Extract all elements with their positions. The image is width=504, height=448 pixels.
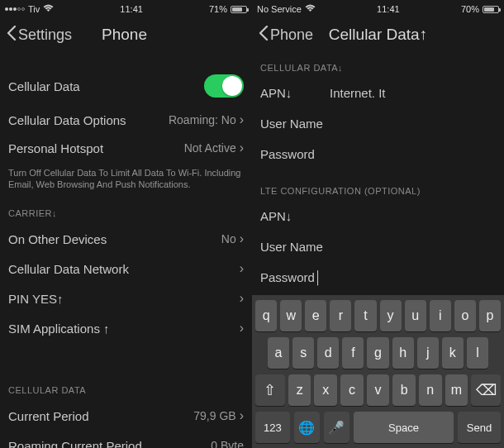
cellular-data-header: CELLULAR DATA↓: [252, 51, 504, 78]
sim-apps-label: SIM Applications ↑: [8, 322, 110, 336]
chevron-right-icon: ›: [240, 141, 244, 155]
mic-key[interactable]: 🎤: [324, 412, 349, 443]
roaming-period-label: Roaming Current Period: [8, 439, 142, 449]
nav-bar: Phone Cellular Data↑: [252, 18, 504, 51]
current-period-label: Current Period: [8, 409, 89, 423]
keyboard-row-4: 123 🌐 🎤 Space Send: [255, 412, 501, 443]
cellular-data-header: CELLULAR DATA: [0, 374, 252, 400]
back-label: Phone: [270, 26, 313, 44]
personal-hotspot-row[interactable]: Personal Hotspot Not Active›: [0, 134, 252, 162]
right-screen: No Service 11:41 70% Phone Cellular Data…: [252, 0, 504, 448]
cdn-label: Cellular Data Network: [8, 262, 129, 276]
other-devices-label: On Other Devices: [8, 232, 107, 246]
status-bar: No Service 11:41 70%: [252, 0, 504, 18]
back-button[interactable]: Settings: [7, 26, 72, 45]
hotspot-label: Personal Hotspot: [8, 141, 103, 155]
apn-field[interactable]: APN↓ Internet. It: [252, 78, 504, 108]
wifi-icon: [43, 4, 54, 14]
cell-opts-value: Roaming: No: [169, 113, 236, 126]
numbers-key[interactable]: 123: [255, 412, 290, 443]
key-z[interactable]: z: [288, 374, 311, 406]
key-e[interactable]: e: [305, 300, 326, 331]
key-x[interactable]: x: [314, 374, 337, 406]
lte-apn-field[interactable]: APN↓: [252, 201, 504, 231]
other-devices-value: No: [221, 232, 236, 245]
chevron-right-icon: ›: [240, 112, 244, 127]
key-w[interactable]: w: [280, 300, 302, 331]
apn-value: Internet. It: [330, 86, 386, 100]
other-devices-row[interactable]: On Other Devices No›: [0, 223, 252, 255]
lte-username-field[interactable]: User Name: [252, 231, 504, 262]
key-j[interactable]: j: [417, 337, 439, 369]
pin-label: PIN YES↑: [8, 292, 63, 306]
clock: 11:41: [377, 4, 400, 14]
battery-icon: [483, 6, 499, 13]
chevron-right-icon: ›: [240, 321, 244, 336]
carrier-label: No Service: [257, 4, 302, 14]
key-k[interactable]: k: [442, 337, 464, 369]
current-period-row: Current Period 79,9 GB›: [0, 400, 252, 431]
left-screen: Tiv 11:41 71% Settings Phone Cellular Da…: [0, 0, 252, 448]
key-f[interactable]: f: [342, 337, 364, 369]
lte-password-label: Password│: [260, 270, 322, 284]
chevron-right-icon: ›: [240, 408, 244, 423]
password-field[interactable]: Password: [252, 139, 504, 169]
keyboard-row-2: asdfghjkl: [255, 337, 501, 369]
lte-apn-label: APN↓: [260, 209, 292, 223]
cellular-data-options-row[interactable]: Cellular Data Options Roaming: No›: [0, 106, 252, 134]
lte-password-field[interactable]: Password│: [252, 262, 504, 293]
back-button[interactable]: Phone: [259, 26, 313, 45]
mic-icon: 🎤: [328, 420, 345, 436]
key-v[interactable]: v: [367, 374, 390, 406]
key-m[interactable]: m: [445, 374, 468, 406]
key-l[interactable]: l: [467, 337, 488, 369]
battery-icon: [231, 6, 247, 13]
key-t[interactable]: t: [354, 300, 376, 331]
key-y[interactable]: y: [380, 300, 402, 331]
cellular-data-row[interactable]: Cellular Data: [0, 66, 252, 106]
current-period-value: 79,9 GB: [193, 409, 235, 422]
keyboard-row-1: qwertyuiop: [255, 300, 501, 331]
key-a[interactable]: a: [268, 337, 289, 369]
key-c[interactable]: c: [340, 374, 364, 406]
chevron-left-icon: [7, 26, 17, 45]
keyboard-row-3: ⇧ zxcvbnm ⌫: [255, 374, 501, 406]
hotspot-value: Not Active: [184, 141, 236, 155]
sim-apps-row[interactable]: SIM Applications ↑ ›: [0, 314, 252, 342]
cell-opts-label: Cellular Data Options: [8, 113, 126, 127]
pin-row[interactable]: PIN YES↑ ›: [0, 283, 252, 314]
key-q[interactable]: q: [255, 300, 277, 331]
keyboard: qwertyuiop asdfghjkl ⇧ zxcvbnm ⌫ 123 🌐 🎤…: [252, 295, 504, 448]
key-o[interactable]: o: [454, 300, 476, 331]
backspace-key[interactable]: ⌫: [471, 374, 501, 406]
chevron-right-icon: ›: [240, 291, 244, 306]
carrier-label: Tiv: [28, 4, 40, 14]
key-p[interactable]: p: [479, 300, 501, 331]
shift-key[interactable]: ⇧: [255, 374, 285, 406]
cellular-hint: Turn Off Cellular Data To Limit All Data…: [0, 162, 252, 197]
key-b[interactable]: b: [392, 374, 416, 406]
globe-icon: 🌐: [298, 420, 315, 436]
key-n[interactable]: n: [419, 374, 442, 406]
globe-key[interactable]: 🌐: [294, 412, 320, 443]
send-key[interactable]: Send: [458, 412, 501, 443]
key-h[interactable]: h: [392, 337, 414, 369]
key-s[interactable]: s: [292, 337, 314, 369]
chevron-left-icon: [259, 26, 269, 45]
nav-title: Cellular Data↑: [329, 26, 427, 44]
clock: 11:41: [120, 4, 143, 14]
key-d[interactable]: d: [317, 337, 339, 369]
space-key[interactable]: Space: [354, 412, 454, 443]
username-field[interactable]: User Name: [252, 108, 504, 139]
cellular-data-network-row[interactable]: Cellular Data Network ›: [0, 255, 252, 283]
carrier-header: CARRIER↓: [0, 197, 252, 223]
password-label: Password: [260, 147, 315, 161]
cellular-data-toggle[interactable]: [204, 74, 244, 98]
apn-label: APN↓: [260, 86, 310, 100]
key-u[interactable]: u: [405, 300, 426, 331]
key-r[interactable]: r: [330, 300, 351, 331]
key-g[interactable]: g: [367, 337, 388, 369]
battery-pct: 70%: [461, 4, 479, 14]
key-i[interactable]: i: [430, 300, 451, 331]
lte-username-label: User Name: [260, 240, 323, 254]
